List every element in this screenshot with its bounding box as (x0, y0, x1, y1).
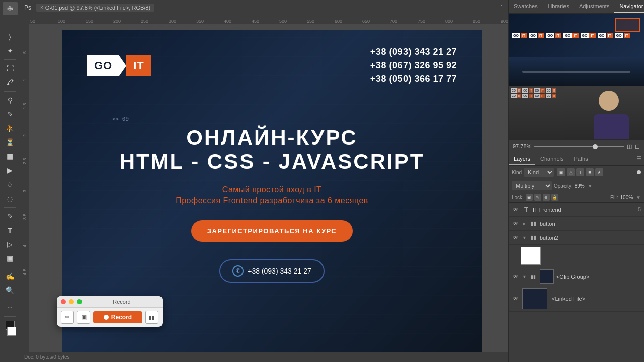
layer-vis-it-frontend[interactable]: 👁 (512, 206, 520, 214)
layer-vis-button2[interactable]: 👁 (512, 234, 520, 242)
pen-tool[interactable]: ✎ (3, 210, 18, 223)
record-square-btn[interactable]: ▣ (77, 311, 90, 324)
brush-tool[interactable]: ✎ (3, 108, 18, 121)
filter-adjust-icon[interactable]: △ (567, 168, 575, 176)
lock-pixels-icon[interactable]: ▣ (526, 194, 533, 201)
dodge-tool[interactable]: ◌ (3, 192, 18, 205)
fill-value: 100% (620, 195, 633, 200)
filter-pixel-icon[interactable]: ▣ (557, 168, 565, 176)
person-body (594, 114, 629, 139)
opacity-chevron[interactable]: ▼ (588, 183, 593, 189)
ruler-v-mark: 1 (22, 54, 27, 81)
blend-mode-select[interactable]: Multiply (512, 181, 552, 190)
lock-artboard-icon[interactable]: ⊕ (543, 194, 550, 201)
ruler-mark: 800 (444, 19, 472, 24)
hero-section: ОНЛАЙН-КУРС HTML - CSS - JAVASCRIPT Самы… (62, 96, 482, 298)
phone-cta-button[interactable]: ✆ +38 (093) 343 21 27 (219, 259, 325, 283)
layer-button[interactable]: 👁 ► ▮▮ button (509, 217, 644, 231)
ps-icon: Ps (24, 4, 31, 11)
more-tools[interactable]: ⋯ (3, 301, 18, 314)
layers-panel-menu[interactable]: ☰ (635, 153, 644, 165)
tab-swatches[interactable]: Swatches (509, 0, 543, 13)
lock-label: Lock: (512, 195, 524, 200)
document-tab[interactable]: × G-01.psd @ 97.8% (<Linked File>, RGB/8… (36, 4, 154, 12)
clone-tool[interactable]: ⛹ (3, 122, 18, 135)
webcam-person: GOIT GOIT GOIT GOIT GOIT GOIT GOIT GOIT (509, 86, 644, 139)
tool-divider-6 (4, 316, 16, 317)
layers-tabs: Layers Channels Paths ☰ (509, 153, 644, 166)
layer-clip-group[interactable]: 👁 ▼ ▮▮ <Clip Group> (509, 267, 644, 286)
record-maximize-dot[interactable] (77, 299, 82, 304)
hand-tool[interactable]: ✍ (3, 269, 18, 283)
layer-expand-clip[interactable]: ▼ (522, 274, 527, 279)
ruler-mark: 650 (361, 19, 389, 24)
hero-subtitle1: Самый простой вход в IT (82, 185, 462, 194)
magic-wand-tool[interactable]: ✦ (3, 44, 18, 57)
bottom-status-bar: Doc: 0 bytes/0 bytes (20, 352, 508, 362)
lasso-tool[interactable]: 〉 (3, 30, 18, 43)
right-panel: Swatches Libraries Adjustments Navigator… (508, 0, 644, 362)
tab-adjustments[interactable]: Adjustments (574, 0, 615, 13)
record-btn-label: Record (111, 314, 132, 321)
background-color[interactable] (7, 327, 16, 336)
record-close-dot[interactable] (61, 299, 66, 304)
ruler-horizontal: 50 100 150 200 250 300 350 400 450 500 5… (20, 15, 508, 24)
fill-chevron[interactable]: ▼ (636, 195, 641, 200)
layer-vis-clip[interactable]: 👁 (512, 273, 520, 281)
tab-channels[interactable]: Channels (535, 153, 569, 165)
status-text: Doc: 0 bytes/0 bytes (24, 354, 70, 360)
record-pencil-btn[interactable]: ✏ (61, 311, 74, 324)
tab-paths[interactable]: Paths (569, 153, 593, 165)
record-minimize-dot[interactable] (69, 299, 74, 304)
canvas-with-vruler: 5 1 1.5 2 2.5 3 3.5 4 4.5 (20, 24, 508, 352)
zoom-slider-thumb[interactable] (593, 144, 598, 149)
gradient-tool[interactable]: ▶ (3, 164, 18, 177)
layer-expand-button2[interactable]: ▼ (522, 235, 527, 240)
tab-navigator[interactable]: Navigator (614, 0, 644, 13)
filter-shape-icon[interactable]: ■ (586, 168, 594, 176)
eraser-tool[interactable]: ▦ (3, 150, 18, 163)
record-start-btn[interactable]: Record (93, 311, 142, 323)
canvas-viewport[interactable]: GO IT +38 (093) 343 21 27 +38 (067) 326 … (29, 24, 508, 352)
heal-tool[interactable]: ⚲ (3, 94, 18, 107)
cta-button[interactable]: ЗАРЕГИСТРИРОВАТЬСЯ НА КУРС (191, 220, 353, 242)
layer-vis-linked[interactable]: 👁 (512, 295, 520, 303)
zoom-expand-icon[interactable]: ◫ (627, 143, 632, 150)
crop-tool[interactable]: ⛶ (3, 62, 18, 75)
shape-tool[interactable]: ▣ (3, 252, 18, 265)
move-tool[interactable]: ✙ (3, 2, 18, 15)
filter-type-icon[interactable]: T (576, 168, 584, 176)
ruler-mark: 850 (472, 19, 500, 24)
eyedropper-tool[interactable]: 🖍 (3, 76, 18, 89)
expand-icon[interactable]: ⋮ (499, 4, 504, 11)
zoom-tool[interactable]: 🔍 (3, 284, 18, 297)
hero-title-line1: ОНЛАЙН-КУРС (82, 126, 462, 149)
person-head (599, 90, 619, 111)
opacity-value: 89% (575, 183, 585, 189)
blur-tool[interactable]: ♢ (3, 178, 18, 191)
text-tool[interactable]: T (3, 224, 18, 237)
filter-smart-icon[interactable]: ★ (595, 168, 603, 176)
ruler-mark: 150 (85, 19, 112, 24)
path-select-tool[interactable]: ▷ (3, 238, 18, 251)
record-pause-btn[interactable]: ▮▮ (145, 311, 158, 324)
layer-vis-button[interactable]: 👁 (512, 220, 520, 228)
layer-linked-file[interactable]: 👁 <Linked File> (509, 286, 644, 312)
history-tool[interactable]: ⏳ (3, 136, 18, 149)
ruler-mark: 200 (112, 19, 140, 24)
tab-close-icon[interactable]: × (40, 5, 43, 10)
filter-kind-select[interactable]: Kind (524, 168, 554, 177)
ruler-mark: 900 (500, 19, 508, 24)
layer-button2-thumb[interactable] (509, 245, 644, 267)
zoom-fit-icon[interactable]: ◻ (635, 143, 640, 150)
tab-libraries[interactable]: Libraries (543, 0, 574, 13)
layer-expand-button[interactable]: ► (522, 221, 527, 226)
tab-layers[interactable]: Layers (509, 153, 535, 165)
marquee-tool[interactable]: □ (3, 16, 18, 29)
layer-it-frontend[interactable]: 👁 T IT Frontend 5 (509, 203, 644, 217)
zoom-slider[interactable] (534, 146, 624, 147)
ruler-vertical: 5 1 1.5 2 2.5 3 3.5 4 4.5 (20, 24, 29, 352)
layer-button2[interactable]: 👁 ▼ ▮▮ button2 (509, 231, 644, 245)
lock-position-icon[interactable]: ✎ (534, 194, 541, 201)
lock-all-icon[interactable]: 🔒 (551, 194, 558, 201)
